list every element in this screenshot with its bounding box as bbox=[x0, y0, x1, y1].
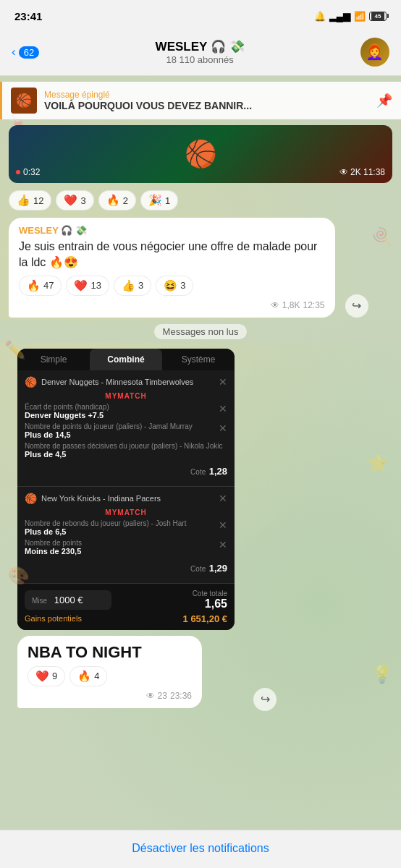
laugh-emoji: 😆 bbox=[164, 279, 177, 292]
bet-row-2-1-content: Nombre de rebonds du joueur (paliers) - … bbox=[25, 519, 186, 536]
pinned-text: VOILÀ POURQUOI VOUS DEVEZ BANNIR... bbox=[44, 100, 369, 111]
bet-stake-display: Mise 1000 € bbox=[25, 590, 111, 610]
pinned-thumbnail: 🏀 bbox=[11, 88, 37, 114]
fire-count: 2 bbox=[123, 195, 128, 206]
bet-row-1-3-content: Nombre de passes décisives du joueur (pa… bbox=[25, 442, 222, 459]
basketball-icon-2: 🏀 bbox=[25, 493, 37, 504]
nba-reaction-heart[interactable]: ❤️ 9 bbox=[28, 666, 65, 686]
status-bar: 23:41 🔔 ▂▄▆ 📶 45 bbox=[0, 0, 401, 32]
bubble-sender: WESLEY 🎧 💸 bbox=[19, 225, 325, 236]
bet-stake-row: Mise 1000 € Cote totale 1,65 bbox=[25, 590, 227, 610]
video-reactions: 👍 12 ❤️ 3 🔥 2 🎉 1 bbox=[0, 186, 401, 215]
bet-value-1-2: Plus de 14,5 bbox=[25, 430, 193, 439]
close-sel-1-1[interactable]: ✕ bbox=[219, 403, 227, 414]
bubble-meta: 👁 1,8K 12:35 bbox=[19, 300, 325, 310]
bet-value-2-1: Plus de 6,5 bbox=[25, 527, 186, 536]
close-sel-2-1[interactable]: ✕ bbox=[219, 519, 227, 531]
reaction-heart2[interactable]: ❤️ 13 bbox=[66, 276, 109, 296]
video-message[interactable]: 🏀 0:32 👁 2K 11:38 bbox=[9, 125, 392, 183]
bet-odds-2-display: Cote 1,29 bbox=[190, 561, 227, 574]
bet-row-1-2-content: Nombre de points du joueur (paliers) - J… bbox=[25, 422, 193, 439]
heart-count: 3 bbox=[80, 195, 85, 206]
nba-title: NBA TO NIGHT bbox=[28, 643, 192, 662]
bet-odds-2: Cote 1,29 bbox=[25, 558, 227, 577]
bet-gains-row: Gains potentiels 1 651,20 € bbox=[25, 613, 227, 624]
video-views: 👁 2K 11:38 bbox=[339, 167, 385, 177]
close-sel-2-2[interactable]: ✕ bbox=[219, 539, 227, 550]
party-count: 1 bbox=[165, 195, 170, 206]
party-emoji: 🎉 bbox=[148, 194, 162, 207]
nba-views: 👁 23 bbox=[146, 691, 167, 701]
thumbsup2-count: 3 bbox=[138, 280, 143, 291]
bet-odds-1: Cote 1,28 bbox=[25, 461, 227, 480]
tab-systeme[interactable]: Système bbox=[162, 349, 235, 370]
bet-row-1-2: Nombre de points du joueur (paliers) - J… bbox=[25, 422, 227, 439]
bet-row-1-1-content: Écart de points (handicap) Denver Nugget… bbox=[25, 403, 109, 420]
battery-level: 45 bbox=[371, 12, 384, 20]
reaction-laugh[interactable]: 😆 3 bbox=[156, 276, 193, 296]
reaction-thumbsup2[interactable]: 👍 3 bbox=[114, 276, 151, 296]
bet-card: Simple Combiné Système 🏀 Denver Nuggets … bbox=[17, 349, 235, 630]
subscriber-count: 18 110 abonnés bbox=[156, 54, 245, 65]
bet-footer: Mise 1000 € Cote totale 1,65 Gains poten… bbox=[17, 584, 235, 630]
bet-card-wrap: Simple Combiné Système 🏀 Denver Nuggets … bbox=[9, 346, 243, 711]
bubble-views: 👁 1,8K bbox=[271, 300, 300, 310]
bet-label-1-1: Écart de points (handicap) bbox=[25, 403, 109, 411]
close-match-1[interactable]: ✕ bbox=[219, 376, 227, 388]
reaction-fire2[interactable]: 🔥 47 bbox=[19, 276, 62, 296]
bet-odds-1-display: Cote 1,28 bbox=[190, 464, 227, 477]
bubble-text: Je suis entrain de vous négocier une off… bbox=[19, 239, 325, 271]
bet-match-2-teams: 🏀 New York Knicks - Indiana Pacers bbox=[25, 493, 161, 504]
bet-match-1-header: 🏀 Denver Nuggets - Minnesota Timberwolve… bbox=[25, 376, 227, 388]
bet-label-1-2: Nombre de points du joueur (paliers) - J… bbox=[25, 422, 193, 430]
recording-dot bbox=[16, 170, 20, 174]
video-duration: 0:32 bbox=[16, 167, 40, 177]
bet-brand-2: MYMATCH bbox=[25, 509, 227, 516]
close-match-2[interactable]: ✕ bbox=[219, 493, 227, 504]
nba-reaction-fire[interactable]: 🔥 4 bbox=[69, 666, 107, 686]
nba-heart-emoji: ❤️ bbox=[35, 670, 49, 683]
bet-match-1: 🏀 Denver Nuggets - Minnesota Timberwolve… bbox=[17, 370, 235, 487]
close-sel-1-2[interactable]: ✕ bbox=[219, 422, 227, 434]
tab-combine[interactable]: Combiné bbox=[90, 349, 162, 370]
bet-tabs: Simple Combiné Système bbox=[17, 349, 235, 370]
avatar[interactable]: 👩‍🦰 bbox=[360, 38, 389, 67]
nba-fire-count: 4 bbox=[94, 671, 99, 681]
heart-emoji: ❤️ bbox=[64, 194, 77, 207]
status-time: 23:41 bbox=[14, 10, 42, 22]
battery-icon: 45 bbox=[369, 12, 387, 21]
bet-match-1-teams: 🏀 Denver Nuggets - Minnesota Timberwolve… bbox=[25, 376, 193, 388]
forward-button[interactable]: ↪ bbox=[345, 294, 368, 318]
nba-meta: 👁 23 23:36 bbox=[28, 691, 192, 701]
bet-message-row: Simple Combiné Système 🏀 Denver Nuggets … bbox=[0, 343, 401, 714]
bet-brand-1: MYMATCH bbox=[25, 392, 227, 400]
nba-reactions: ❤️ 9 🔥 4 bbox=[28, 662, 192, 688]
wesley-message-row: WESLEY 🎧 💸 Je suis entrain de vous négoc… bbox=[0, 215, 401, 320]
bet-match-2-header: 🏀 New York Knicks - Indiana Pacers ✕ bbox=[25, 493, 227, 504]
bet-row-2-2: Nombre de points Moins de 230,5 ✕ bbox=[25, 539, 227, 556]
tab-simple[interactable]: Simple bbox=[17, 349, 90, 370]
reaction-thumbsup[interactable]: 👍 12 bbox=[9, 190, 51, 210]
fire-emoji: 🔥 bbox=[106, 194, 120, 207]
reaction-heart[interactable]: ❤️ 3 bbox=[56, 190, 93, 210]
channel-header: ‹ 62 WESLEY 🎧 💸 18 110 abonnés 👩‍🦰 bbox=[0, 32, 401, 76]
channel-name: WESLEY 🎧 💸 bbox=[156, 39, 245, 54]
disable-notifications-button[interactable]: Désactiver les notifications bbox=[132, 842, 269, 855]
nba-time: 23:36 bbox=[170, 691, 192, 701]
back-button[interactable]: ‹ 62 bbox=[12, 45, 39, 59]
bet-row-1-3: Nombre de passes décisives du joueur (pa… bbox=[25, 442, 227, 459]
thumbsup-emoji: 👍 bbox=[17, 194, 30, 207]
pinned-message[interactable]: 🏀 Message épinglé VOILÀ POURQUOI VOUS DE… bbox=[0, 82, 401, 119]
forward-button-2[interactable]: ↪ bbox=[253, 688, 277, 711]
bet-value-2-2: Moins de 230,5 bbox=[25, 547, 82, 556]
total-odds-value: 1,65 bbox=[193, 597, 227, 610]
reaction-party[interactable]: 🎉 1 bbox=[140, 190, 178, 210]
unread-divider: Messages non lus bbox=[0, 320, 401, 343]
bet-total-odds: Cote totale 1,65 bbox=[193, 590, 227, 610]
reaction-fire[interactable]: 🔥 2 bbox=[98, 190, 136, 210]
bottom-bar: Désactiver les notifications bbox=[0, 830, 401, 866]
nba-bubble: NBA TO NIGHT ❤️ 9 🔥 4 👁 23 23:36 bbox=[17, 636, 202, 708]
wesley-bubble: WESLEY 🎧 💸 Je suis entrain de vous négoc… bbox=[9, 218, 335, 318]
chevron-left-icon: ‹ bbox=[12, 45, 16, 59]
bubble-reactions: 🔥 47 ❤️ 13 👍 3 😆 3 bbox=[19, 271, 325, 297]
